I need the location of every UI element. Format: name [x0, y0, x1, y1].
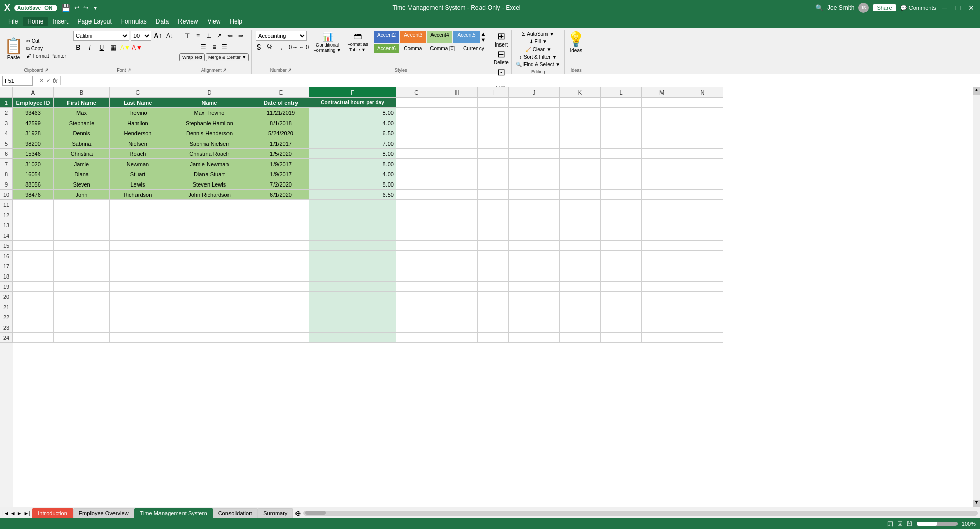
cell-D11[interactable] [166, 200, 253, 210]
cell-D18[interactable] [166, 271, 253, 282]
cell-H15[interactable] [437, 241, 478, 251]
cell-N16[interactable] [682, 251, 723, 261]
cell-G9[interactable] [396, 179, 437, 190]
cell-C17[interactable] [110, 261, 166, 271]
cancel-formula-icon[interactable]: ✕ [39, 77, 44, 84]
cell-G16[interactable] [396, 251, 437, 261]
font-color-button[interactable]: A▼ [132, 42, 142, 53]
cell-D10[interactable]: John Richardson [166, 190, 253, 200]
cell-N13[interactable] [682, 220, 723, 230]
accent2-style[interactable]: Accent2 [374, 31, 399, 43]
cell-E14[interactable] [253, 230, 309, 241]
cell-D4[interactable]: Dennis Henderson [166, 128, 253, 138]
cell-E18[interactable] [253, 271, 309, 282]
cell-G2[interactable] [396, 108, 437, 118]
cell-L10[interactable] [601, 190, 642, 200]
zoom-slider[interactable] [917, 522, 958, 526]
row-num-7[interactable]: 7 [0, 159, 13, 169]
row-num-10[interactable]: 10 [0, 190, 13, 200]
conditional-formatting-button[interactable]: 📊 Conditional Formatting ▼ [313, 31, 341, 53]
cell-M18[interactable] [642, 271, 682, 282]
sort-filter-button[interactable]: ↕ Sort & Filter ▼ [517, 54, 559, 60]
cell-N17[interactable] [682, 261, 723, 271]
cell-H14[interactable] [437, 230, 478, 241]
cell-D21[interactable] [166, 302, 253, 312]
cell-N6[interactable] [682, 149, 723, 159]
cell-G23[interactable] [396, 322, 437, 333]
cell-J1[interactable] [509, 98, 560, 108]
cell-L15[interactable] [601, 241, 642, 251]
cell-I12[interactable] [478, 210, 509, 220]
row-num-22[interactable]: 22 [0, 312, 13, 322]
cell-J8[interactable] [509, 169, 560, 179]
cell-F23[interactable] [309, 322, 396, 333]
cell-K9[interactable] [560, 179, 601, 190]
cell-D19[interactable] [166, 282, 253, 292]
text-orient-button[interactable]: ↗ [214, 31, 224, 41]
menu-file[interactable]: File [4, 17, 22, 26]
cell-F18[interactable] [309, 271, 396, 282]
cell-H1[interactable] [437, 98, 478, 108]
cell-D12[interactable] [166, 210, 253, 220]
cell-M16[interactable] [642, 251, 682, 261]
cell-E6[interactable]: 1/5/2020 [253, 149, 309, 159]
cell-H19[interactable] [437, 282, 478, 292]
cell-F17[interactable] [309, 261, 396, 271]
cell-B12[interactable] [54, 210, 110, 220]
cell-J21[interactable] [509, 302, 560, 312]
row-num-20[interactable]: 20 [0, 292, 13, 302]
cell-B16[interactable] [54, 251, 110, 261]
cell-H11[interactable] [437, 200, 478, 210]
cell-J2[interactable] [509, 108, 560, 118]
tab-consolidation[interactable]: Consolidation [213, 508, 258, 518]
format-as-table-button[interactable]: 🗃 Format as Table ▼ [344, 31, 372, 52]
cell-L24[interactable] [601, 333, 642, 343]
wrap-text-button[interactable]: Wrap Text [179, 53, 205, 61]
row-num-13[interactable]: 13 [0, 220, 13, 230]
cell-I13[interactable] [478, 220, 509, 230]
cell-L2[interactable] [601, 108, 642, 118]
cell-N10[interactable] [682, 190, 723, 200]
merge-center-button[interactable]: Merge & Center ▼ [206, 53, 249, 61]
cell-L6[interactable] [601, 149, 642, 159]
cell-G10[interactable] [396, 190, 437, 200]
cell-M3[interactable] [642, 118, 682, 128]
cell-M9[interactable] [642, 179, 682, 190]
cell-L16[interactable] [601, 251, 642, 261]
sheet-nav-next[interactable]: ► [17, 510, 22, 516]
row-num-15[interactable]: 15 [0, 241, 13, 251]
cell-F1[interactable]: Contractual hours per day [309, 98, 396, 108]
cell-N7[interactable] [682, 159, 723, 169]
cell-D9[interactable]: Steven Lewis [166, 179, 253, 190]
cell-N23[interactable] [682, 322, 723, 333]
indent-decrease-button[interactable]: ⇐ [225, 31, 235, 41]
cell-C20[interactable] [110, 292, 166, 302]
cell-E21[interactable] [253, 302, 309, 312]
cell-G19[interactable] [396, 282, 437, 292]
align-bottom-button[interactable]: ⊥ [203, 31, 214, 41]
cell-J10[interactable] [509, 190, 560, 200]
cell-I4[interactable] [478, 128, 509, 138]
cell-D1[interactable]: Name [166, 98, 253, 108]
cell-K19[interactable] [560, 282, 601, 292]
cell-F15[interactable] [309, 241, 396, 251]
cell-C10[interactable]: Richardson [110, 190, 166, 200]
cell-A24[interactable] [13, 333, 54, 343]
underline-button[interactable]: U [97, 42, 107, 53]
cell-B19[interactable] [54, 282, 110, 292]
cell-B11[interactable] [54, 200, 110, 210]
cell-A11[interactable] [13, 200, 54, 210]
cell-N15[interactable] [682, 241, 723, 251]
cell-F2[interactable]: 8.00 [309, 108, 396, 118]
comma-style[interactable]: Comma [400, 44, 425, 53]
cell-H20[interactable] [437, 292, 478, 302]
cell-K12[interactable] [560, 210, 601, 220]
accent4-style[interactable]: Accent4 [427, 31, 452, 43]
cell-H5[interactable] [437, 138, 478, 149]
cell-I1[interactable] [478, 98, 509, 108]
format-painter-button[interactable]: 🖌 Format Painter [24, 53, 69, 59]
cell-C24[interactable] [110, 333, 166, 343]
cell-L14[interactable] [601, 230, 642, 241]
styles-scroll[interactable]: ▲▼ [481, 31, 489, 43]
cell-F24[interactable] [309, 333, 396, 343]
